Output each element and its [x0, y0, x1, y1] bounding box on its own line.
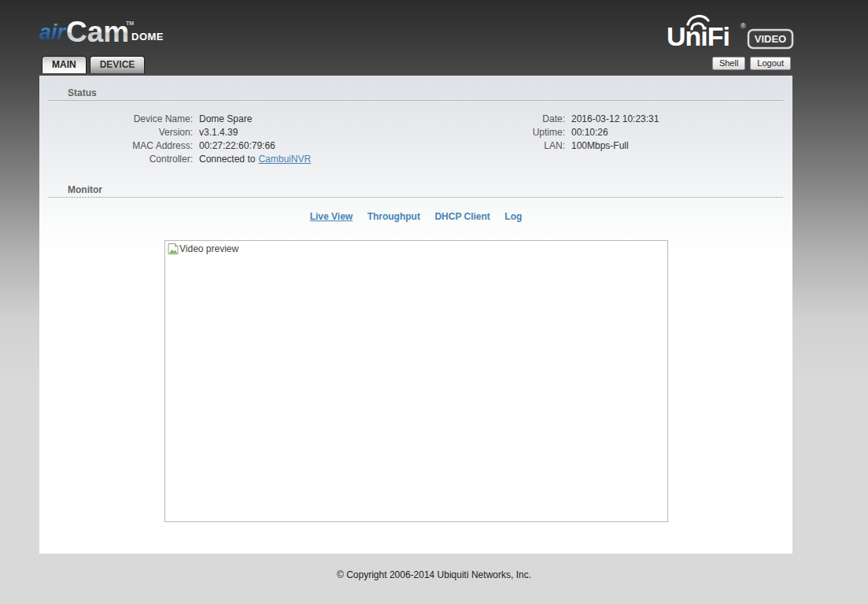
- logout-button[interactable]: Logout: [750, 57, 791, 70]
- main-content: Status Device Name: Dome Spare Version: …: [39, 76, 792, 554]
- tab-main[interactable]: MAIN: [42, 56, 87, 73]
- status-value: v3.1.4.39: [199, 126, 238, 139]
- unifi-video-logo: UniFi ® VIDEO: [665, 11, 795, 57]
- controller-status-text: Connected to: [199, 154, 255, 165]
- controller-link[interactable]: CambuiNVR: [258, 154, 311, 165]
- video-badge-label: VIDEO: [755, 33, 786, 45]
- status-divider: [49, 100, 783, 101]
- tab-bar: MAIN DEVICE: [42, 56, 145, 73]
- status-row-uptime: Uptime: 00:10:26: [455, 126, 659, 139]
- status-row-version: Version: v3.1.4.39: [39, 126, 311, 139]
- unifi-video-logo-art: UniFi ® VIDEO: [665, 11, 795, 54]
- status-value: 2016-03-12 10:23:31: [571, 113, 659, 126]
- copyright-footer: © Copyright 2006-2014 Ubiquiti Networks,…: [0, 569, 868, 580]
- registered-symbol: ®: [741, 22, 746, 30]
- status-value: Connected toCambuiNVR: [199, 153, 311, 166]
- status-label: LAN:: [455, 139, 565, 153]
- monitor-divider: [49, 197, 783, 198]
- video-preview-alt-text: Video preview: [179, 243, 238, 255]
- model-wordmark: DOME: [131, 31, 164, 43]
- status-value: Dome Spare: [199, 113, 252, 126]
- status-value: 00:27:22:60:79:66: [199, 139, 275, 153]
- monitor-links: Live View Throughput DHCP Client Log: [39, 209, 792, 223]
- shell-button[interactable]: Shell: [712, 57, 745, 70]
- unifi-wordmark: UniFi: [667, 21, 729, 51]
- status-left-column: Device Name: Dome Spare Version: v3.1.4.…: [39, 113, 311, 166]
- broken-image-icon: [167, 243, 179, 255]
- status-label: Device Name:: [39, 113, 193, 126]
- status-label: Uptime:: [455, 126, 565, 139]
- status-label: Date:: [455, 113, 565, 126]
- aircam-logo: air Cam TM DOME: [38, 9, 203, 54]
- video-badge: VIDEO: [748, 30, 792, 48]
- status-right-column: Date: 2016-03-12 10:23:31 Uptime: 00:10:…: [455, 113, 659, 153]
- broken-image-placeholder: Video preview: [167, 243, 666, 255]
- status-row-controller: Controller: Connected toCambuiNVR: [39, 153, 311, 166]
- status-value: 00:10:26: [571, 126, 608, 139]
- trademark-symbol: TM: [126, 20, 134, 26]
- status-label: Version:: [39, 126, 193, 139]
- status-label: MAC Address:: [39, 139, 193, 153]
- video-preview-panel: Video preview: [164, 240, 668, 522]
- monitor-link-dhcp-client[interactable]: DHCP Client: [434, 211, 489, 222]
- status-row-date: Date: 2016-03-12 10:23:31: [455, 113, 659, 126]
- monitor-link-log[interactable]: Log: [504, 211, 522, 222]
- cam-wordmark: Cam: [66, 16, 129, 48]
- tab-device[interactable]: DEVICE: [90, 56, 146, 73]
- status-row-mac-address: MAC Address: 00:27:22:60:79:66: [39, 139, 311, 153]
- aircam-logo-art: air Cam TM DOME: [38, 9, 203, 50]
- status-section-heading: Status: [68, 87, 97, 98]
- status-value: 100Mbps-Full: [571, 139, 629, 153]
- monitor-link-live-view[interactable]: Live View: [310, 211, 353, 222]
- status-label: Controller:: [39, 153, 193, 166]
- status-row-lan: LAN: 100Mbps-Full: [455, 139, 659, 153]
- status-row-device-name: Device Name: Dome Spare: [39, 113, 311, 126]
- header-buttons: Shell Logout: [712, 57, 791, 70]
- air-wordmark: air: [39, 20, 67, 44]
- monitor-link-throughput[interactable]: Throughput: [368, 211, 420, 222]
- monitor-section-heading: Monitor: [68, 184, 102, 195]
